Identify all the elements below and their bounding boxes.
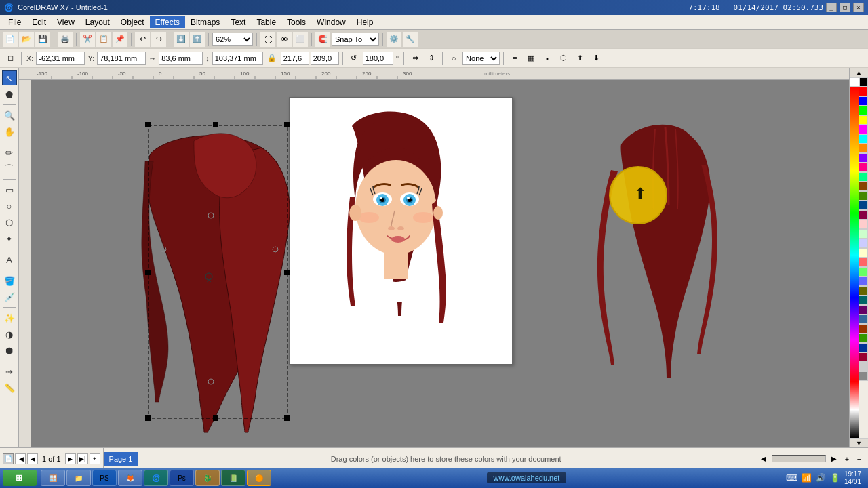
menu-table[interactable]: Table: [251, 16, 281, 28]
black-swatch[interactable]: [859, 77, 869, 87]
swatch-darkolive[interactable]: [859, 286, 868, 296]
swatch-plum[interactable]: [859, 305, 868, 314]
page-tab[interactable]: Page 1: [104, 452, 138, 466]
maximize-button[interactable]: □: [840, 3, 850, 12]
swatch-lightgreen[interactable]: [859, 229, 868, 239]
swatch-blue[interactable]: [859, 96, 868, 106]
eyedropper-tool[interactable]: 💉: [2, 289, 17, 304]
swatch-wine[interactable]: [859, 210, 868, 220]
canvas-draw[interactable]: ×: [31, 80, 849, 447]
swatch-forestgreen[interactable]: [859, 333, 868, 343]
swatch-coral[interactable]: [859, 258, 868, 267]
swatch-orange[interactable]: [859, 144, 868, 153]
swatch-mint[interactable]: [859, 172, 868, 182]
height-input[interactable]: [212, 52, 263, 65]
lock-ratio-button[interactable]: 🔒: [264, 51, 279, 66]
last-page-button[interactable]: ▶|: [77, 453, 88, 464]
interactive-tool[interactable]: ✨: [2, 310, 17, 325]
transform-button[interactable]: ⬡: [556, 51, 571, 66]
palette-scroll-down[interactable]: ▼: [850, 438, 868, 447]
y2-input[interactable]: [311, 52, 339, 65]
taskbar-ps[interactable]: PS: [92, 470, 117, 486]
taskbar-folder[interactable]: 📁: [66, 470, 91, 486]
swatch-royalblue[interactable]: [859, 343, 868, 352]
menu-text[interactable]: Text: [225, 16, 251, 28]
ungroup-button[interactable]: ▪: [540, 51, 555, 66]
minimize-button[interactable]: _: [826, 3, 837, 12]
ellipse-tool[interactable]: ○: [2, 199, 17, 214]
paste-button[interactable]: 📌: [113, 32, 127, 47]
full-screen-button[interactable]: ⛶: [260, 32, 275, 47]
taskbar-photoshop2[interactable]: Ps: [170, 470, 194, 486]
menu-object[interactable]: Object: [115, 16, 150, 28]
x-coord-input[interactable]: [36, 52, 85, 65]
taskbar-blender[interactable]: 🐉: [195, 470, 220, 486]
swatch-yellow[interactable]: [859, 115, 868, 125]
snap-select[interactable]: Snap ToGridGuidelines: [332, 33, 379, 46]
view-button[interactable]: 👁: [277, 32, 292, 47]
zoom-tool[interactable]: 🔍: [2, 108, 17, 123]
palette-scroll-up[interactable]: ▲: [850, 68, 868, 77]
menu-tools[interactable]: Tools: [281, 16, 311, 28]
scroll-right-button[interactable]: ▶: [829, 453, 840, 464]
menu-layout[interactable]: Layout: [80, 16, 115, 28]
taskbar-explorer[interactable]: 🪟: [41, 470, 65, 486]
open-button[interactable]: 📂: [19, 32, 34, 47]
group-button[interactable]: ▦: [524, 51, 538, 66]
taskbar-firefox[interactable]: 🦊: [118, 470, 142, 486]
swatch-purple[interactable]: [859, 153, 868, 163]
save-button[interactable]: 💾: [35, 32, 50, 47]
next-page-button[interactable]: ▶: [65, 453, 76, 464]
docker-button[interactable]: 🔧: [403, 32, 418, 47]
width-input[interactable]: [159, 52, 203, 65]
pan-tool[interactable]: ✋: [2, 124, 17, 139]
tray-volume[interactable]: 🔊: [816, 473, 826, 483]
tray-battery[interactable]: 🔋: [830, 473, 840, 483]
mirror-v-button[interactable]: ⇕: [424, 51, 439, 66]
taskbar-corel[interactable]: 🌀: [144, 470, 168, 486]
hscroll-track[interactable]: [772, 455, 826, 462]
page-icon[interactable]: 📄: [3, 453, 14, 464]
shadow-tool[interactable]: ◑: [2, 327, 17, 342]
shape-tool[interactable]: ⬟: [2, 87, 17, 102]
menu-edit[interactable]: Edit: [26, 16, 52, 28]
y-coord-input[interactable]: [97, 52, 146, 65]
new-button[interactable]: 📄: [3, 32, 18, 47]
menu-bitmaps[interactable]: Bitmaps: [185, 16, 225, 28]
add-page-button[interactable]: +: [90, 453, 100, 464]
menu-effects[interactable]: Effects: [150, 16, 185, 28]
start-button[interactable]: ⊞: [3, 470, 37, 486]
x2-input[interactable]: [281, 52, 309, 65]
swatch-olive[interactable]: [859, 191, 868, 201]
swatch-teal[interactable]: [859, 296, 868, 305]
print-button[interactable]: 🖨️: [58, 32, 73, 47]
swatch-magenta[interactable]: [859, 125, 868, 134]
taskbar-coreldraw-active[interactable]: 🟠: [247, 470, 271, 486]
palette-gradient-col[interactable]: [850, 87, 859, 438]
swatch-crimson[interactable]: [859, 352, 868, 362]
measure-tool[interactable]: 📏: [2, 380, 17, 395]
swatch-periwinkle[interactable]: [859, 277, 868, 286]
wireframe-button[interactable]: ⬜: [293, 32, 308, 47]
swatch-lightpink[interactable]: [859, 220, 868, 229]
taskbar-excel[interactable]: 📗: [221, 470, 245, 486]
swatch-lightyellow[interactable]: [859, 248, 868, 258]
star-tool[interactable]: ✦: [2, 231, 17, 246]
rotation-input[interactable]: [363, 52, 393, 65]
swatch-steel[interactable]: [859, 314, 868, 324]
import-button[interactable]: ⬇️: [174, 32, 189, 47]
first-page-button[interactable]: |◀: [15, 453, 26, 464]
tray-network[interactable]: 📶: [802, 473, 812, 483]
export-button[interactable]: ⬆️: [190, 32, 205, 47]
prev-page-button[interactable]: ◀: [27, 453, 38, 464]
bezier-tool[interactable]: ⌒: [2, 161, 17, 176]
select-all-button[interactable]: ◻: [3, 51, 18, 66]
outline-select[interactable]: NoneHairline0.5pt: [462, 52, 500, 65]
freehand-tool[interactable]: ✏: [2, 145, 17, 160]
mirror-h-button[interactable]: ⇔: [408, 51, 422, 66]
zoom-in-button[interactable]: +: [842, 454, 852, 464]
align-button[interactable]: ≡: [507, 51, 522, 66]
swatch-cyan[interactable]: [859, 134, 868, 144]
fill-tool[interactable]: 🪣: [2, 273, 17, 288]
swatch-lightgray[interactable]: [859, 362, 868, 371]
